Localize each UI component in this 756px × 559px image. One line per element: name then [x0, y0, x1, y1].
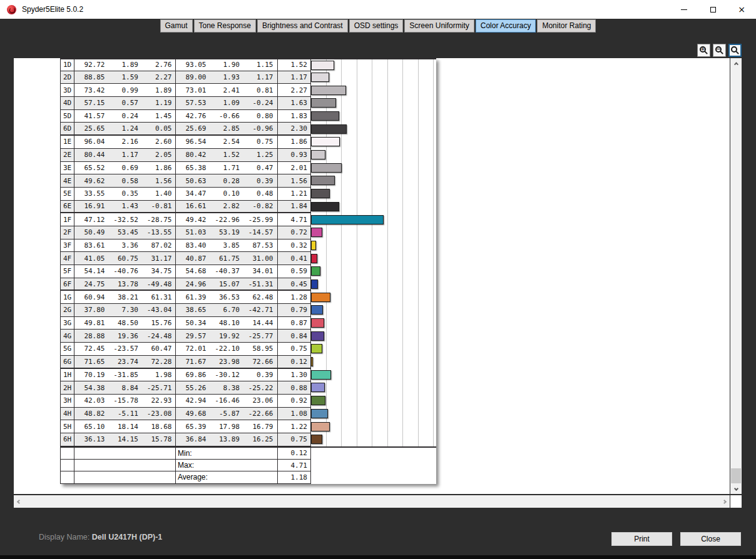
lab-value: -14.57: [243, 228, 277, 236]
scroll-left-button[interactable]: [14, 495, 24, 508]
lab-value: 23.06: [243, 396, 277, 405]
tab-monitor-rating[interactable]: Monitor Rating: [537, 19, 596, 33]
close-window-button[interactable]: ×: [727, 0, 756, 19]
maximize-button[interactable]: [698, 0, 727, 19]
scroll-up-button[interactable]: [730, 58, 742, 69]
scroll-down-button[interactable]: [730, 483, 742, 494]
summary-spacer-cell: [74, 460, 176, 471]
row-label: 6F: [60, 278, 74, 291]
target-lab-values: 72.01-22.1058.95: [176, 343, 278, 356]
lab-value: 6.70: [210, 306, 243, 314]
tab-tone-response[interactable]: Tone Response: [194, 19, 256, 33]
delta-e-value: 2.01: [291, 164, 311, 172]
target-lab-values: 50.3448.1014.44: [176, 317, 278, 330]
minimize-button[interactable]: [670, 0, 698, 19]
tab-osd-settings[interactable]: OSD settings: [349, 19, 404, 33]
lab-value: 0.58: [108, 177, 142, 185]
lab-value: 1.93: [210, 73, 243, 81]
status-bar: Display Name: Dell U2417H (DP)-1: [39, 533, 162, 541]
zoom-out-button[interactable]: −: [713, 44, 726, 57]
table-row: 1F47.12-32.52-28.7549.42-22.96-25.994.71: [60, 213, 436, 226]
table-row: 1E96.042.162.6096.542.540.751.86: [60, 136, 436, 149]
horizontal-scrollbar[interactable]: [14, 495, 730, 508]
vertical-scrollbar[interactable]: [730, 58, 742, 494]
delta-e-value: 1.52: [291, 61, 311, 69]
table-row: 1D92.721.892.7693.051.901.151.52: [60, 58, 436, 71]
delta-e-chart-cell: [311, 304, 436, 317]
lab-value: 1.15: [243, 61, 277, 69]
measured-lab-values: 33.550.351.40: [74, 188, 176, 201]
scroll-right-button[interactable]: [719, 495, 730, 508]
lab-value: 1.24: [108, 124, 142, 133]
tab-gamut[interactable]: Gamut: [160, 19, 193, 33]
lab-value: 1.17: [108, 151, 142, 159]
close-button[interactable]: Close: [680, 532, 741, 546]
lab-value: 1.19: [141, 99, 175, 107]
delta-e-value: 0.59: [291, 267, 311, 275]
lab-value: 72.01: [176, 345, 210, 353]
lab-value: -25.77: [243, 332, 277, 340]
delta-e-chart-cell: [311, 58, 436, 71]
zoom-fit-button[interactable]: [728, 44, 742, 57]
min-value-cell: 0.12: [278, 448, 311, 460]
delta-e-cell: 0.75: [278, 433, 311, 446]
lab-value: -0.66: [210, 112, 243, 120]
lab-value: 65.39: [176, 423, 210, 431]
tab-screen-uniformity[interactable]: Screen Uniformity: [404, 19, 474, 33]
lab-value: -15.78: [108, 396, 142, 405]
lab-value: 3.85: [210, 241, 243, 249]
lab-value: 96.54: [176, 138, 210, 146]
summary-spacer-cell: [74, 471, 176, 483]
vertical-scroll-thumb[interactable]: [731, 468, 741, 483]
delta-e-cell: 4.71: [278, 213, 311, 226]
lab-value: 19.36: [108, 332, 142, 340]
lab-value: -24.48: [141, 332, 175, 340]
table-row: 5E33.550.351.4034.470.100.481.21: [60, 188, 436, 201]
measured-lab-values: 65.520.691.86: [74, 162, 176, 175]
delta-e-cell: 1.86: [278, 136, 311, 149]
display-name-label: Display Name:: [39, 533, 89, 541]
lab-value: 48.82: [74, 410, 108, 418]
tab-brightness-and-contrast[interactable]: Brightness and Contrast: [257, 19, 348, 33]
delta-e-chart-cell: [311, 343, 436, 356]
lab-value: 62.48: [243, 293, 277, 301]
delta-e-cell: 1.56: [278, 174, 311, 188]
table-row: 3G49.8148.5015.7650.3448.1014.440.87: [60, 317, 436, 330]
target-lab-values: 57.531.09-0.24: [176, 97, 278, 110]
summary-row-min: Min: 0.12: [60, 448, 436, 460]
delta-e-color-bar: [311, 331, 324, 341]
delta-e-cell: 0.88: [278, 381, 311, 395]
delta-e-cell: 1.17: [278, 71, 311, 84]
delta-e-value: 0.79: [291, 306, 311, 314]
table-row: 3D73.420.991.8973.012.410.812.27: [60, 84, 436, 97]
lab-value: -16.46: [210, 396, 243, 405]
lab-value: 25.65: [74, 124, 108, 133]
delta-e-color-bar: [311, 370, 331, 380]
lab-value: 0.47: [243, 164, 277, 172]
lab-value: 34.47: [176, 189, 210, 198]
target-lab-values: 89.001.931.17: [176, 71, 278, 84]
tab-color-accuracy[interactable]: Color Accuracy: [476, 19, 536, 33]
target-lab-values: 16.612.82-0.82: [176, 201, 278, 214]
lab-value: 16.61: [176, 202, 210, 210]
lab-value: 13.78: [108, 280, 142, 288]
lab-value: 17.98: [210, 423, 243, 431]
delta-e-value: 0.45: [291, 280, 311, 288]
table-row: 6E16.911.43-0.8116.612.82-0.821.84: [60, 201, 436, 214]
delta-e-cell: 0.59: [278, 265, 311, 278]
average-value-cell: 1.18: [278, 471, 311, 483]
close-icon: ×: [738, 5, 745, 14]
print-button[interactable]: Print: [611, 532, 672, 546]
delta-e-color-bar: [311, 124, 347, 134]
scrollbar-corner: [730, 495, 742, 508]
table-row: 5D41.570.241.4542.76-0.660.801.83: [60, 110, 436, 123]
delta-e-value: 0.12: [291, 358, 311, 366]
zoom-in-button[interactable]: +: [697, 44, 710, 57]
title-bar: Spyder5Elite 5.0.2 ×: [0, 0, 756, 19]
window-bottom-border: [0, 555, 756, 559]
lab-value: -5.11: [108, 410, 142, 418]
lab-value: 87.02: [141, 241, 175, 249]
summary-label-cell: [60, 448, 74, 460]
table-row: 4F41.0560.7531.1740.8761.7531.000.41: [60, 252, 436, 265]
target-lab-values: 61.3936.5362.48: [176, 291, 278, 304]
